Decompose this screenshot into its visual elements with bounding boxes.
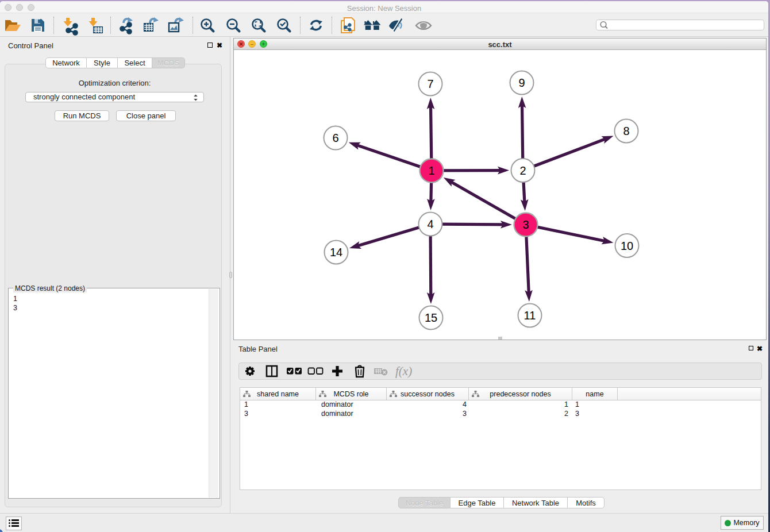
svg-text:11: 11 xyxy=(524,309,536,322)
svg-text:15: 15 xyxy=(425,311,437,324)
svg-text:7: 7 xyxy=(427,78,433,90)
svg-text:10: 10 xyxy=(621,240,633,252)
svg-text:6: 6 xyxy=(332,132,338,144)
svg-text:1: 1 xyxy=(428,164,434,177)
svg-text:f(x): f(x) xyxy=(395,364,412,378)
svg-text:8: 8 xyxy=(623,125,629,137)
svg-text:4: 4 xyxy=(427,218,433,230)
svg-text:2: 2 xyxy=(519,164,526,177)
svg-text:3: 3 xyxy=(522,218,529,231)
svg-text:14: 14 xyxy=(330,246,342,259)
svg-text:9: 9 xyxy=(518,76,525,89)
